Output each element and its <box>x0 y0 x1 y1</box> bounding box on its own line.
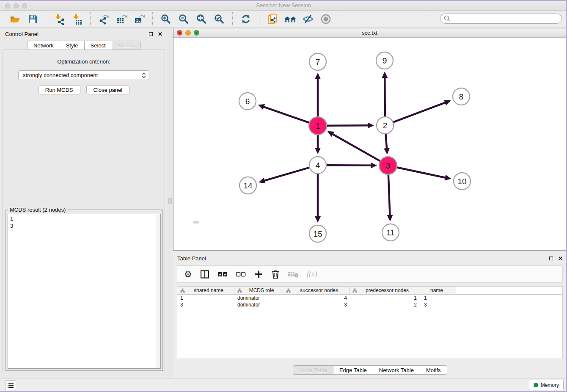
control-panel: Control Panel ✕ Network Style Select MCD… <box>0 28 168 378</box>
run-mcds-button[interactable]: Run MCDS <box>38 85 80 94</box>
table-settings-icon[interactable]: ⚙ <box>184 269 192 279</box>
copy-network-icon[interactable] <box>266 13 279 25</box>
column-header-successor-nodes[interactable]: successor nodes <box>283 287 350 294</box>
cell-name[interactable]: 1 <box>419 295 456 301</box>
tab-select[interactable]: Select <box>85 41 112 50</box>
hide-selected-icon[interactable] <box>302 13 314 25</box>
close-panel-icon[interactable]: ✕ <box>158 31 162 37</box>
tab-node-table[interactable]: Node Table <box>293 365 333 375</box>
graph-edge-3-11[interactable] <box>388 175 390 216</box>
column-visibility-icon[interactable] <box>200 269 209 279</box>
column-header-shared-name[interactable]: shared name <box>177 287 234 294</box>
column-header-mcds-role[interactable]: MCDS role <box>234 287 283 294</box>
network-canvas[interactable]: 7968124314101511 <box>173 38 566 250</box>
network-table-splitter-handle[interactable] <box>193 221 199 224</box>
window-titlebar: Session: New Session <box>0 0 567 11</box>
graph-node-label: 9 <box>383 56 387 65</box>
graph-edge-4-14[interactable] <box>264 168 308 181</box>
window-minimize-button[interactable] <box>14 3 19 8</box>
export-image-icon[interactable] <box>133 13 146 25</box>
graph-edge-3-1[interactable] <box>332 134 380 161</box>
select-all-icon[interactable] <box>217 269 228 279</box>
cell-name[interactable]: 3 <box>419 302 456 308</box>
export-arrow <box>139 14 145 17</box>
add-column-icon[interactable] <box>254 269 263 279</box>
cell-successor-nodes[interactable]: 3 <box>283 302 350 308</box>
table-row[interactable]: 3 dominator 3 2 3 <box>177 301 562 308</box>
float-table-panel-icon[interactable] <box>549 257 553 260</box>
network-window-titlebar: ✕ – + scc.txt <box>173 28 566 38</box>
slash-glyph <box>305 15 311 23</box>
export-table-icon[interactable] <box>115 13 128 25</box>
deselect-all-icon[interactable] <box>236 269 246 279</box>
cell-mcds-role[interactable]: dominator <box>234 295 283 301</box>
control-panel-header: Control Panel ✕ <box>0 28 168 40</box>
refresh-icon[interactable] <box>239 13 252 25</box>
network-window: ✕ – + scc.txt 7968124314101511 <box>173 28 566 251</box>
network-graph[interactable]: 7968124314101511 <box>173 38 566 250</box>
result-scrollbar[interactable] <box>156 214 160 368</box>
zoom-in-icon[interactable] <box>160 13 172 25</box>
graph-edge-4-3[interactable] <box>327 165 372 166</box>
tab-motifs[interactable]: Motifs <box>420 365 447 375</box>
import-network-icon[interactable] <box>53 13 66 25</box>
memory-button[interactable]: Memory <box>529 380 564 390</box>
image-glyph <box>135 18 141 23</box>
show-all-icon[interactable] <box>319 13 332 25</box>
tab-mcds[interactable]: MCDS <box>112 41 140 50</box>
selected-criterion: strongly connected component <box>23 72 140 78</box>
column-header-name[interactable]: name <box>419 287 456 294</box>
close-panel-button[interactable]: Close panel <box>86 85 130 94</box>
mcds-result-title: MCDS result (2 nodes) <box>8 207 67 213</box>
save-session-icon[interactable] <box>26 13 39 25</box>
cell-predecessor-nodes[interactable]: 2 <box>350 302 419 308</box>
show-network-list-button[interactable] <box>5 380 16 390</box>
zoom-selected-icon[interactable] <box>213 13 226 25</box>
network-close-button[interactable]: ✕ <box>177 30 182 36</box>
window-close-button[interactable] <box>5 3 10 8</box>
import-table-icon[interactable] <box>71 13 83 25</box>
mcds-result-item[interactable]: 1 <box>10 215 158 222</box>
delete-table-icon <box>288 269 299 279</box>
graph-edge-2-9[interactable] <box>385 77 385 116</box>
first-neighbors-icon[interactable] <box>284 13 297 25</box>
tab-network-table[interactable]: Network Table <box>373 365 420 375</box>
cell-successor-nodes[interactable]: 4 <box>283 295 350 301</box>
graph-edge-arrow <box>315 73 321 79</box>
cell-shared-name[interactable]: 1 <box>177 295 234 301</box>
tab-style[interactable]: Style <box>60 41 85 50</box>
search-input[interactable] <box>440 14 562 24</box>
network-zoom-button[interactable]: + <box>194 30 199 36</box>
cell-shared-name[interactable]: 3 <box>177 302 234 308</box>
delete-column-icon[interactable] <box>271 269 280 279</box>
window-zoom-button[interactable] <box>22 3 27 8</box>
zoom-out-icon[interactable] <box>177 13 190 25</box>
splitter-handle[interactable] <box>168 198 172 204</box>
graph-edge-1-6[interactable] <box>263 107 309 123</box>
mcds-result-list[interactable]: 1 3 <box>8 214 161 369</box>
table-glyph <box>117 18 124 23</box>
graph-edge-arrow <box>387 215 393 221</box>
open-session-icon[interactable] <box>8 13 21 25</box>
graph-node-label: 7 <box>316 58 320 66</box>
export-network-icon[interactable] <box>97 13 110 25</box>
mcds-result-item[interactable]: 3 <box>10 222 158 229</box>
column-header-predecessor-nodes[interactable]: predecessor nodes <box>350 287 419 294</box>
float-panel-icon[interactable] <box>149 32 153 36</box>
graph-edge-1-2[interactable] <box>327 125 369 126</box>
graph-node-label: 2 <box>383 121 388 130</box>
zoom-fit-icon[interactable] <box>195 13 208 25</box>
optimization-criterion-select[interactable]: strongly connected component <box>18 70 149 80</box>
graph-edge-2-8[interactable] <box>394 102 446 122</box>
mcds-buttons: Run MCDS Close panel <box>3 85 165 94</box>
table-row[interactable]: 1 dominator 4 1 1 <box>177 295 562 301</box>
tab-edge-table[interactable]: Edge Table <box>333 365 373 375</box>
cell-mcds-role[interactable]: dominator <box>234 302 283 308</box>
graph-edge-3-10[interactable] <box>397 168 446 178</box>
network-minimize-button[interactable]: – <box>185 30 191 36</box>
tab-network[interactable]: Network <box>27 41 60 50</box>
panel-splitter[interactable] <box>168 28 173 378</box>
close-table-panel-icon[interactable]: ✕ <box>558 255 563 262</box>
graph-edge-2-3[interactable] <box>386 135 387 149</box>
cell-predecessor-nodes[interactable]: 1 <box>350 295 419 301</box>
